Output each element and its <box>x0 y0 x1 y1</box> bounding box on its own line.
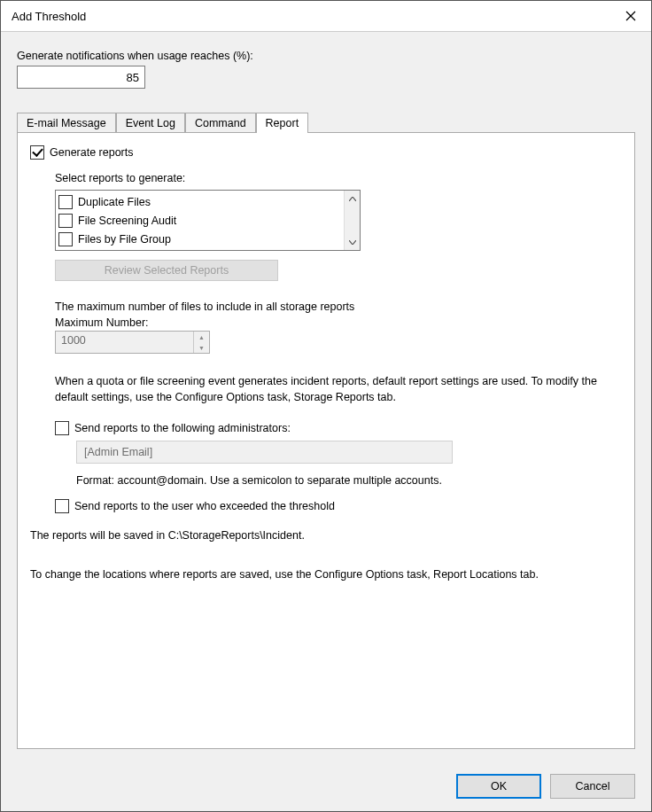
send-admin-label: Send reports to the following administra… <box>74 422 291 434</box>
list-item[interactable]: Duplicate Files <box>58 192 341 211</box>
client-area: Generate notifications when usage reache… <box>1 32 651 761</box>
max-number-label: Maximum Number: <box>55 316 622 329</box>
generate-reports-row: Generate reports <box>30 145 622 160</box>
tab-email[interactable]: E-mail Message <box>17 113 116 133</box>
close-button[interactable] <box>610 1 651 32</box>
reports-scrollbar[interactable] <box>344 191 360 250</box>
max-number-input[interactable]: 1000 <box>56 332 193 353</box>
report-item-label: Duplicate Files <box>78 196 151 208</box>
locations-text: To change the locations where reports ar… <box>30 566 615 582</box>
send-user-checkbox[interactable] <box>55 499 69 513</box>
window-title: Add Threshold <box>1 10 86 23</box>
admin-email-input <box>76 441 453 464</box>
max-number-spin[interactable]: ▲ ▼ <box>193 332 209 353</box>
spin-down-icon[interactable]: ▼ <box>194 342 209 353</box>
report-item-checkbox[interactable] <box>58 214 73 228</box>
usage-label: Generate notifications when usage reache… <box>17 50 635 62</box>
tab-report[interactable]: Report <box>256 113 309 133</box>
scroll-down-icon[interactable] <box>345 234 360 250</box>
usage-section: Generate notifications when usage reache… <box>17 50 635 89</box>
send-admin-checkbox[interactable] <box>55 421 69 435</box>
reports-listbox[interactable]: Duplicate Files File Screening Audit Fil… <box>55 190 361 251</box>
ok-button[interactable]: OK <box>456 774 541 799</box>
max-number-input-wrap: 1000 ▲ ▼ <box>55 331 210 354</box>
spin-up-icon[interactable]: ▲ <box>194 332 209 342</box>
send-admin-row: Send reports to the following administra… <box>55 421 622 435</box>
saved-path-text: The reports will be saved in C:\StorageR… <box>30 529 622 542</box>
list-item[interactable]: Files by File Group <box>58 230 341 248</box>
add-threshold-dialog: Add Threshold Generate notifications whe… <box>0 0 652 812</box>
tab-strip: E-mail Message Event Log Command Report <box>17 112 635 132</box>
usage-percent-input[interactable] <box>17 66 145 89</box>
cancel-button[interactable]: Cancel <box>550 774 635 799</box>
report-item-label: Files by File Group <box>78 233 171 246</box>
list-item[interactable]: File Screening Audit <box>58 211 341 230</box>
titlebar: Add Threshold <box>1 1 651 32</box>
format-hint: Format: account@domain. Use a semicolon … <box>76 474 622 487</box>
tab-command[interactable]: Command <box>185 113 256 133</box>
generate-reports-label: Generate reports <box>50 146 134 159</box>
dialog-footer: OK Cancel <box>1 761 651 811</box>
defaults-text: When a quota or file screening event gen… <box>55 373 604 405</box>
admin-email-section: Format: account@domain. Use a semicolon … <box>76 435 622 487</box>
report-item-checkbox[interactable] <box>58 195 73 209</box>
review-selected-reports-button: Review Selected Reports <box>55 260 278 281</box>
send-user-row: Send reports to the user who exceeded th… <box>55 499 622 513</box>
send-user-label: Send reports to the user who exceeded th… <box>74 500 335 512</box>
select-reports-label: Select reports to generate: <box>55 172 622 184</box>
scroll-up-icon[interactable] <box>345 191 360 207</box>
reports-list-items: Duplicate Files File Screening Audit Fil… <box>56 191 344 250</box>
tab-eventlog[interactable]: Event Log <box>116 113 185 133</box>
generate-reports-checkbox[interactable] <box>30 145 44 160</box>
report-item-checkbox[interactable] <box>58 232 73 246</box>
report-panel: Generate reports Select reports to gener… <box>17 132 635 749</box>
select-reports-section: Select reports to generate: Duplicate Fi… <box>55 172 622 513</box>
max-number-section: The maximum number of files to include i… <box>55 301 622 354</box>
max-number-desc: The maximum number of files to include i… <box>55 301 622 313</box>
report-item-label: File Screening Audit <box>78 215 176 227</box>
close-icon <box>625 11 636 21</box>
